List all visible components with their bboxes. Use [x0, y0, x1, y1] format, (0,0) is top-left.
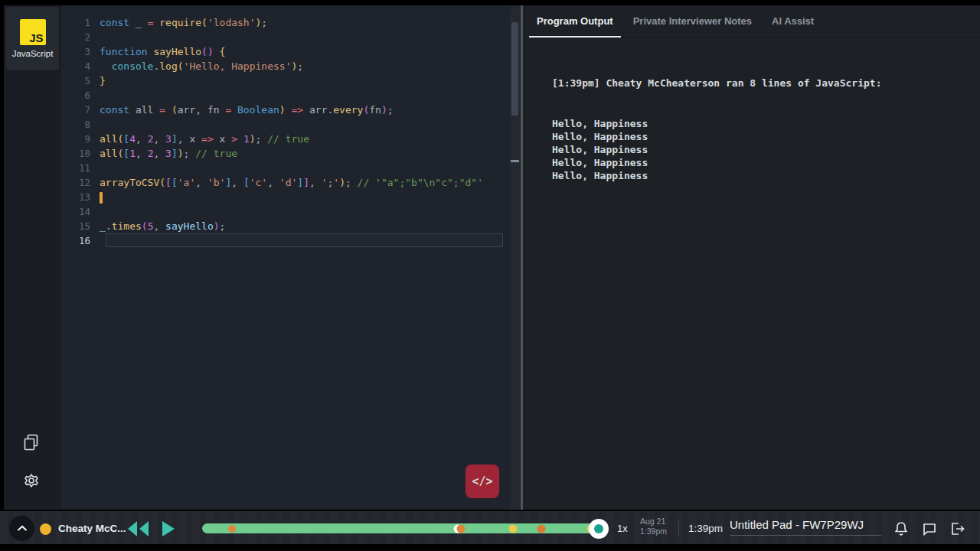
chevron-up-icon [17, 525, 28, 532]
active-line-box [106, 233, 503, 247]
line-number: 4 [61, 60, 100, 72]
timeline-marker[interactable] [508, 524, 517, 533]
output-line: Hello, Happiness [552, 169, 965, 182]
user-name-label: Cheaty McC... [58, 512, 126, 545]
copy-pad-icon[interactable] [21, 432, 41, 452]
timeline-marker[interactable] [228, 525, 236, 533]
current-time-label: 1:39pm [688, 512, 723, 545]
play-icon [162, 521, 175, 536]
code-line[interactable]: 3function sayHello() { [61, 44, 510, 59]
output-panel: Program Output Private Interviewer Notes… [523, 5, 980, 510]
output-line: Hello, Happiness [552, 143, 965, 156]
editor-scrollbar[interactable] [510, 5, 520, 510]
datetime-divider [678, 521, 679, 536]
line-number: 6 [61, 90, 100, 101]
playback-bar: Cheaty McC... 1x Aug 21 1:39pm 1:39pm Un… [0, 511, 980, 544]
code-line[interactable]: 14 [61, 204, 510, 219]
line-number: 3 [61, 46, 100, 57]
timeline-marker[interactable] [537, 524, 545, 533]
code-line[interactable]: 7const all = (arr, fn = Boolean) => arr.… [61, 103, 510, 117]
code-line[interactable]: 9all([4, 2, 3], x => x > 1); // true [61, 132, 510, 146]
code-line[interactable]: 11 [61, 161, 510, 175]
playback-date: Aug 21 [640, 517, 667, 527]
code-editor[interactable]: 1const _ = require('lodash');23function … [61, 5, 521, 510]
app-stage: JS JavaScript 1const _ = require('lodash… [4, 5, 980, 510]
rewind-icon [127, 521, 150, 536]
code-line[interactable]: 12arrayToCSV([['a', 'b'], ['c', 'd']], '… [61, 175, 510, 190]
line-code: arrayToCSV([['a', 'b'], ['c', 'd']], ';'… [100, 177, 510, 188]
line-number: 7 [61, 104, 100, 116]
line-code: const _ = require('lodash'); [100, 17, 510, 28]
tab-program-output[interactable]: Program Output [529, 5, 621, 37]
code-line[interactable]: 4 console.log('Hello, Happiness'); [61, 59, 510, 73]
playback-time-small: 1:39pm [640, 527, 667, 536]
playback-timeline[interactable] [202, 523, 601, 533]
line-code: function sayHello() { [100, 46, 510, 57]
line-number: 11 [61, 162, 100, 174]
line-number: 9 [61, 133, 100, 145]
output-line: Hello, Happiness [552, 156, 965, 169]
line-number: 15 [61, 220, 100, 232]
line-code: const all = (arr, fn = Boolean) => arr.e… [100, 104, 510, 116]
scrollbar-cursor-marker [511, 160, 519, 162]
line-number: 10 [61, 148, 100, 159]
output-line: Hello, Happiness [552, 117, 965, 130]
tab-ai-assist[interactable]: AI Assist [764, 5, 822, 37]
line-code: console.log('Hello, Happiness'); [100, 60, 510, 72]
javascript-logo-icon: JS [20, 19, 46, 45]
line-code [100, 191, 510, 204]
line-code: _.times(5, sayHello); [100, 220, 510, 232]
output-line: Hello, Happiness [552, 130, 965, 143]
collapse-chevron-button[interactable] [9, 516, 34, 541]
line-number: 16 [61, 235, 100, 246]
sidebar-item-javascript[interactable]: JS JavaScript [6, 7, 59, 70]
settings-gear-icon[interactable] [21, 471, 41, 491]
exit-pad-icon[interactable] [949, 520, 965, 537]
language-label: JavaScript [12, 49, 54, 58]
code-line[interactable]: 6 [61, 88, 510, 103]
line-number: 5 [61, 75, 100, 86]
line-code: all([1, 2, 3]); // true [100, 148, 510, 159]
output-tabbar: Program Output Private Interviewer Notes… [523, 5, 980, 37]
play-button[interactable] [162, 521, 175, 540]
line-code: } [100, 75, 510, 86]
code-line[interactable]: 13 [61, 190, 510, 204]
program-output-body: [1:39pm] Cheaty McCheaterson ran 8 lines… [523, 37, 980, 182]
code-line[interactable]: 1const _ = require('lodash'); [61, 15, 510, 30]
scrollbar-thumb[interactable] [511, 22, 518, 116]
text-cursor [100, 192, 103, 204]
code-line[interactable]: 2 [61, 30, 510, 44]
line-number: 2 [61, 31, 100, 43]
line-number: 14 [61, 206, 100, 217]
code-line[interactable]: 8 [61, 117, 510, 132]
tab-private-interviewer-notes[interactable]: Private Interviewer Notes [626, 5, 760, 37]
line-number: 8 [61, 119, 100, 130]
line-number: 12 [61, 177, 100, 188]
line-number: 1 [61, 17, 100, 28]
pad-title[interactable]: Untitled Pad - FW7P29WJ [730, 518, 881, 536]
line-number: 13 [61, 191, 100, 203]
timeline-playhead[interactable] [589, 519, 609, 539]
run-header: [1:39pm] Cheaty McCheaterson ran 8 lines… [552, 77, 965, 90]
language-sidebar: JS JavaScript [4, 5, 61, 510]
line-code: all([4, 2, 3], x => x > 1); // true [100, 133, 510, 145]
code-line[interactable]: 15_.times(5, sayHello); [61, 219, 510, 233]
output-lines: Hello, HappinessHello, HappinessHello, H… [552, 117, 965, 182]
playback-datetime: Aug 21 1:39pm [640, 517, 667, 536]
playback-speed[interactable]: 1x [617, 512, 628, 545]
timeline-marker[interactable] [457, 524, 466, 533]
javascript-logo-text: JS [29, 31, 43, 44]
user-status-dot [40, 523, 51, 535]
rewind-button[interactable] [127, 521, 150, 540]
code-line[interactable]: 5} [61, 73, 510, 88]
code-lines: 1const _ = require('lodash');23function … [61, 15, 510, 248]
notifications-bell-icon[interactable] [893, 520, 910, 537]
code-mode-button[interactable]: </> [466, 465, 499, 498]
chat-bubble-icon[interactable] [921, 520, 938, 537]
code-line[interactable]: 16 [61, 233, 510, 248]
code-line[interactable]: 10all([1, 2, 3]); // true [61, 146, 510, 161]
